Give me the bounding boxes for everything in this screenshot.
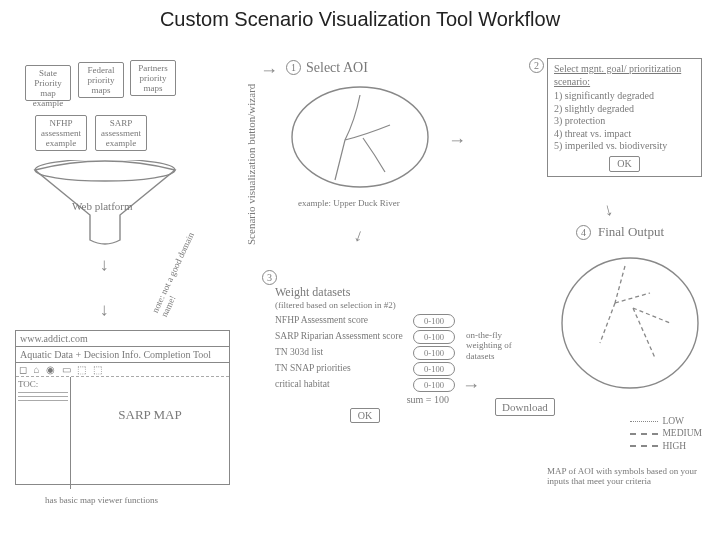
weight-range-input[interactable]: 0-100: [413, 314, 455, 328]
input-partners-priority: Partners priority maps: [130, 60, 176, 96]
output-blob-icon: [555, 248, 705, 398]
download-button[interactable]: Download: [495, 398, 555, 416]
wizard-label: Scenario visualization button/wizard: [245, 55, 257, 245]
mgmt-panel: Select mgnt. goal/ prioritization scenar…: [547, 58, 702, 177]
svg-point-1: [292, 87, 428, 187]
weight-range-input[interactable]: 0-100: [413, 378, 455, 392]
browser-mock: www.addict.com Aquatic Data + Decision I…: [15, 330, 230, 485]
legend-swatch-low: [630, 421, 658, 422]
browser-footer: has basic map viewer functions: [45, 495, 175, 505]
weight-subtitle: (filtered based on selection in #2): [275, 300, 455, 310]
arrow-right-icon: →: [462, 375, 480, 396]
weight-title: Weight datasets: [275, 285, 455, 300]
address-bar[interactable]: www.addict.com: [16, 331, 229, 347]
weight-range-input[interactable]: 0-100: [413, 362, 455, 376]
mgmt-opt[interactable]: 2) slightly degraded: [554, 103, 695, 116]
weight-row-label: critical habitat: [275, 380, 409, 390]
page-title: Custom Scenario Visualization Tool Workf…: [0, 8, 720, 31]
svg-point-0: [35, 160, 175, 181]
arrow-right-icon: →: [260, 60, 278, 81]
map-toolbar[interactable]: ◻ ⌂ ◉ ▭ ⬚ ⬚: [16, 363, 229, 377]
input-state-priority: State Priority map example: [25, 65, 71, 101]
weight-row-label: TN 303d list: [275, 348, 409, 358]
step-4-title: Final Output: [598, 225, 664, 240]
weight-row-label: SARP Riparian Assessment score: [275, 332, 409, 342]
svg-point-2: [562, 258, 698, 388]
arrow-down-icon: →: [597, 199, 622, 222]
output-legend: LOW MEDIUM HIGH: [630, 415, 702, 452]
toc-panel[interactable]: TOC:: [16, 377, 71, 489]
aoi-example: example: Upper Duck River: [298, 198, 400, 208]
ok-button[interactable]: OK: [350, 408, 380, 423]
weight-range-input[interactable]: 0-100: [413, 346, 455, 360]
weight-panel: Weight datasets (filtered based on selec…: [275, 285, 455, 423]
mgmt-opt[interactable]: 5) imperiled vs. biodiversity: [554, 140, 695, 153]
step-3-badge: 3: [262, 270, 277, 285]
mgmt-opt[interactable]: 3) protection: [554, 115, 695, 128]
arrow-down-icon: →: [346, 224, 372, 248]
arrow-down-icon: →: [94, 257, 115, 275]
step-2-badge: 2: [529, 58, 544, 73]
input-sarp: SARP assessment example: [95, 115, 147, 151]
arrow-down-icon: →: [94, 302, 115, 320]
mgmt-opt[interactable]: 4) threat vs. impact: [554, 128, 695, 141]
arrow-right-icon: →: [448, 130, 466, 151]
ok-button[interactable]: OK: [609, 156, 639, 173]
step-1-badge: 1: [286, 60, 301, 75]
output-caption: MAP of AOI with symbols based on your in…: [547, 466, 702, 487]
mgmt-opt[interactable]: 1) significantly degraded: [554, 90, 695, 103]
input-nfhp: NFHP assessment example: [35, 115, 87, 151]
weight-range-input[interactable]: 0-100: [413, 330, 455, 344]
input-federal-priority: Federal priority maps: [78, 62, 124, 98]
step-1-title: Select AOI: [306, 60, 368, 76]
weight-row-label: TN SNAP priorities: [275, 364, 409, 374]
funnel-label: Web platform: [72, 200, 133, 213]
weight-row-label: NFHP Assessment score: [275, 316, 409, 326]
weight-side-note: on-the-fly weighting of datasets: [466, 330, 521, 361]
weight-sum: sum = 100: [275, 394, 449, 405]
mgmt-title: Select mgnt. goal/ prioritization scenar…: [554, 63, 695, 88]
page-subtitle: Aquatic Data + Decision Info. Completion…: [16, 347, 229, 363]
map-view[interactable]: SARP MAP: [71, 377, 229, 489]
aoi-blob-icon: [285, 80, 435, 195]
legend-swatch-med: [630, 433, 658, 435]
step-4-badge: 4: [576, 225, 591, 240]
legend-swatch-high: [630, 445, 658, 447]
